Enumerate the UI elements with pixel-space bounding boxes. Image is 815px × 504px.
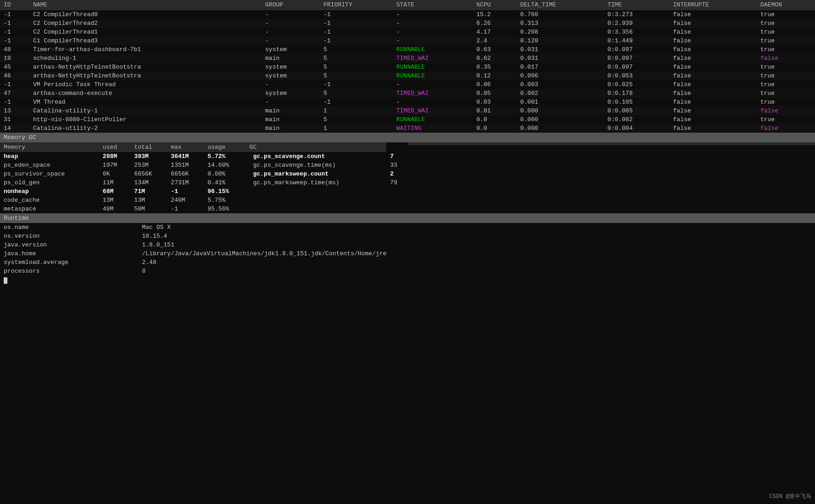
thread-group: main (261, 106, 320, 115)
thread-priority: -1 (320, 36, 393, 45)
thread-group: main (261, 124, 320, 133)
gc-col-value (652, 142, 815, 145)
runtime-key: java.home (0, 249, 138, 258)
thread-name: http-nio-8080-ClientPoller (30, 115, 262, 124)
runtime-row: systemload.average 2.48 (0, 258, 815, 267)
thread-cpu: 0.05 (472, 89, 516, 98)
mem-total: 13M (130, 196, 167, 205)
thread-daemon: true (756, 10, 815, 19)
thread-name: arthas-command-execute (30, 89, 262, 98)
thread-daemon: true (756, 115, 815, 124)
mem-max: 3641M (167, 152, 204, 161)
mem-total: 50M (130, 205, 167, 213)
thread-name: C2 CompilerThread2 (30, 19, 262, 28)
mem-total: 6656K (130, 170, 167, 178)
thread-state: - (393, 28, 473, 36)
mem-name: ps_survivor_space (0, 170, 99, 178)
mem-col-used: used (99, 142, 130, 152)
thread-state: - (393, 80, 473, 89)
thread-row: -1 C2 CompilerThread0 - -1 - 15.2 0.760 … (0, 10, 815, 19)
thread-row: -1 VM Periodic Task Thread - -1 - 0.06 0… (0, 80, 815, 89)
mem-col-gc-label: GC (246, 142, 386, 152)
mem-max: -1 (167, 187, 204, 196)
thread-row: -1 C2 CompilerThread1 - -1 - 4.17 0.208 … (0, 28, 815, 36)
thread-cpu: 0.0 (472, 124, 516, 133)
thread-group: system (261, 63, 320, 71)
thread-cpu: 0.03 (472, 98, 516, 106)
mem-usage: 5.75% (204, 196, 246, 205)
thread-row: 13 Catalina-utility-1 main 1 TIMED_WAI 0… (0, 106, 815, 115)
thread-time: 0:0.004 (604, 124, 669, 133)
thread-interrupted: false (669, 89, 756, 98)
thread-state: - (393, 10, 473, 19)
cursor (4, 277, 7, 284)
thread-name: scheduling-1 (30, 54, 262, 63)
thread-row: -1 C2 CompilerThread2 - -1 - 6.26 0.313 … (0, 19, 815, 28)
thread-name: C1 CompilerThread3 (30, 36, 262, 45)
gc-col-name (408, 142, 652, 145)
thread-id: 14 (0, 124, 30, 133)
mem-total: 134M (130, 178, 167, 187)
thread-row: 48 Timer-for-arthas-dashboard-7b1 system… (0, 45, 815, 54)
thread-delta: 0.000 (516, 124, 603, 133)
thread-id: -1 (0, 19, 30, 28)
thread-delta: 0.006 (516, 71, 603, 80)
runtime-value: 8 (138, 267, 815, 275)
mem-used: 68M (99, 187, 130, 196)
mem-usage: 0.00% (204, 170, 246, 178)
thread-id: -1 (0, 98, 30, 106)
thread-delta: 0.003 (516, 80, 603, 89)
thread-time: 0:3.273 (604, 10, 669, 19)
col-state: STATE (393, 0, 473, 10)
col-name: NAME (30, 0, 262, 10)
mem-used: 13M (99, 196, 130, 205)
thread-time: 0:0.105 (604, 98, 669, 106)
thread-state: - (393, 36, 473, 45)
runtime-value: 1.8.0_151 (138, 240, 815, 249)
thread-cpu: 0.12 (472, 71, 516, 80)
thread-interrupted: false (669, 36, 756, 45)
thread-group: main (261, 54, 320, 63)
thread-priority: 5 (320, 45, 393, 54)
thread-group: - (261, 28, 320, 36)
thread-name: C2 CompilerThread1 (30, 28, 262, 36)
thread-priority: 1 (320, 124, 393, 133)
col-daemon: DAEMON (756, 0, 815, 10)
col-group: GROUP (261, 0, 320, 10)
col-cpu: %CPU (472, 0, 516, 10)
runtime-header-label: Runtime (4, 215, 29, 222)
thread-priority: 5 (320, 54, 393, 63)
thread-group: - (261, 36, 320, 45)
mem-used: 48M (99, 205, 130, 213)
thread-state: RUNNABLE (393, 71, 473, 80)
runtime-section-header: Runtime (0, 213, 815, 223)
thread-id: 46 (0, 71, 30, 80)
thread-delta: 0.000 (516, 106, 603, 115)
thread-id: 45 (0, 63, 30, 71)
thread-id: 19 (0, 54, 30, 63)
thread-priority: 5 (320, 115, 393, 124)
thread-group: system (261, 71, 320, 80)
thread-state: RUNNABLE (393, 45, 473, 54)
thread-time: 0:0.097 (604, 54, 669, 63)
runtime-key: processors (0, 267, 138, 275)
gc-table (408, 142, 815, 213)
mem-name: ps_old_gen (0, 178, 99, 187)
thread-id: 31 (0, 115, 30, 124)
mem-total: 253M (130, 161, 167, 170)
thread-id: 48 (0, 45, 30, 54)
thread-priority: -1 (320, 80, 393, 89)
mem-max: 240M (167, 196, 204, 205)
thread-daemon: true (756, 36, 815, 45)
runtime-key: os.name (0, 223, 138, 232)
thread-row: 45 arthas-NettyHttpTelnetBootstra system… (0, 63, 815, 71)
thread-name: Timer-for-arthas-dashboard-7b1 (30, 45, 262, 54)
thread-priority: 5 (320, 89, 393, 98)
mem-usage: 95.56% (204, 205, 246, 213)
thread-table: ID NAME GROUP PRIORITY STATE %CPU DELTA_… (0, 0, 815, 133)
thread-interrupted: false (669, 10, 756, 19)
runtime-row: java.home /Library/Java/JavaVirtualMachi… (0, 249, 815, 258)
thread-time: 0:3.356 (604, 28, 669, 36)
thread-interrupted: false (669, 28, 756, 36)
thread-time: 0:0.005 (604, 106, 669, 115)
